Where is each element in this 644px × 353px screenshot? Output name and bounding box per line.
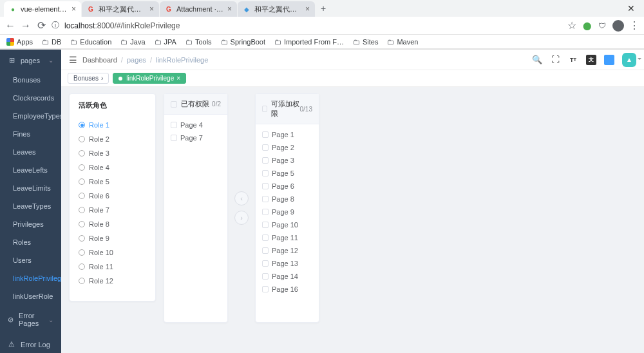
back-button[interactable]: ← <box>5 20 15 32</box>
sidebar-item[interactable]: Clockrecords <box>0 89 61 107</box>
browser-tab[interactable]: G Attachment · 火鸟/和平之… × <box>160 1 237 17</box>
sidebar-item[interactable]: Leaves <box>0 143 61 161</box>
role-radio-item[interactable]: Role 2 <box>79 132 146 146</box>
role-radio-item[interactable]: Role 4 <box>79 160 146 175</box>
role-label: Role 5 <box>89 178 109 186</box>
role-radio-item[interactable]: Role 5 <box>79 175 146 189</box>
select-all-checkbox[interactable] <box>171 101 177 108</box>
browser-tab[interactable]: ◆ 和平之翼代码生成器SME… × <box>238 1 315 17</box>
sidebar-error-log[interactable]: ⚠ Error Log <box>0 334 61 353</box>
tag-bonuses[interactable]: Bonuses› <box>68 73 109 84</box>
menu-icon[interactable]: ⋮ <box>629 19 639 32</box>
bookmark-folder[interactable]: 🗀Maven <box>387 38 418 46</box>
bookmark-folder[interactable]: 🗀Sites <box>353 38 378 46</box>
role-radio-item[interactable]: Role 6 <box>79 189 146 203</box>
close-icon[interactable]: × <box>176 75 180 82</box>
sidebar-item[interactable]: Roles <box>0 233 61 251</box>
font-size-icon[interactable]: TT <box>568 55 578 65</box>
permission-item[interactable]: Page 13 <box>262 257 312 270</box>
user-avatar[interactable]: ▲ <box>622 53 636 67</box>
sidebar-item[interactable]: Fines <box>0 125 61 143</box>
bookmark-folder[interactable]: 🗀SpringBoot <box>221 38 265 46</box>
theme-icon[interactable] <box>604 55 614 65</box>
extension-icon[interactable]: ⬤ <box>582 21 592 31</box>
extension-icon[interactable]: 🛡 <box>597 21 607 31</box>
bookmark-folder[interactable]: 🗀DB <box>42 38 61 46</box>
bookmark-folder[interactable]: 🗀Education <box>70 38 111 46</box>
forward-button[interactable]: → <box>21 20 31 32</box>
url-host: localhost <box>64 21 95 30</box>
sidebar-item[interactable]: linkUserRole <box>0 287 61 305</box>
permission-label: Page 3 <box>272 157 294 164</box>
bookmark-folder[interactable]: 🗀Java <box>120 38 145 46</box>
role-radio-item[interactable]: Role 3 <box>79 146 146 160</box>
new-tab-button[interactable]: + <box>316 3 331 14</box>
window-close-icon[interactable]: ✕ <box>622 3 640 14</box>
checkbox <box>262 144 269 151</box>
breadcrumb-dashboard[interactable]: Dashboard <box>82 56 117 64</box>
sidebar-item[interactable]: LeaveLefts <box>0 161 61 179</box>
sidebar-item[interactable]: Privileges <box>0 215 61 233</box>
radio-icon <box>79 150 85 157</box>
tag-bar: Bonuses› linkRolePrivilege× <box>61 70 644 87</box>
permission-item[interactable]: Page 1 <box>262 128 312 141</box>
close-icon[interactable]: × <box>305 5 310 13</box>
site-info-icon[interactable]: ⓘ <box>52 20 59 31</box>
permission-item[interactable]: Page 6 <box>262 180 312 193</box>
permission-item[interactable]: Page 10 <box>262 218 312 231</box>
reload-button[interactable]: ⟳ <box>36 19 46 32</box>
sidebar-item[interactable]: Bonuses <box>0 71 61 89</box>
role-label: Role 9 <box>89 234 109 242</box>
sidebar-group-error-pages[interactable]: ⊘ Error Pages ⌄ <box>0 305 61 334</box>
close-icon[interactable]: × <box>149 5 154 13</box>
role-radio-item[interactable]: Role 10 <box>79 245 146 260</box>
radio-icon <box>79 221 85 227</box>
permission-item[interactable]: Page 12 <box>262 244 312 257</box>
sidebar-item[interactable]: LeaveLimits <box>0 179 61 197</box>
sidebar-group-pages[interactable]: ⊞ pages ⌄ <box>0 50 61 71</box>
fullscreen-icon[interactable]: ⛶ <box>550 55 560 65</box>
bookmark-folder[interactable]: 🗀Imported From F… <box>274 38 344 46</box>
permission-item[interactable]: Page 9 <box>262 205 312 218</box>
permission-item[interactable]: Page 3 <box>262 154 312 167</box>
close-icon[interactable]: × <box>227 5 232 13</box>
hamburger-icon[interactable]: ☰ <box>69 55 77 65</box>
transfer-left-button[interactable]: ‹ <box>234 191 249 205</box>
tag-current[interactable]: linkRolePrivilege× <box>113 73 186 84</box>
permission-item[interactable]: Page 2 <box>262 141 312 154</box>
role-radio-item[interactable]: Role 7 <box>79 203 146 217</box>
bookmark-apps[interactable]: Apps <box>6 38 33 46</box>
bookmark-star-icon[interactable]: ☆ <box>567 19 576 32</box>
permission-item[interactable]: Page 4 <box>171 119 221 131</box>
sidebar-item[interactable]: Users <box>0 251 61 269</box>
role-radio-item[interactable]: Role 11 <box>79 260 146 274</box>
permission-item[interactable]: Page 11 <box>262 231 312 244</box>
checkbox <box>262 260 269 267</box>
sidebar-item[interactable]: LeaveTypes <box>0 197 61 215</box>
role-label: Role 12 <box>89 277 113 285</box>
browser-tab[interactable]: ● vue-element-admin × <box>4 1 81 17</box>
role-radio-item[interactable]: Role 12 <box>79 274 146 288</box>
sidebar-item[interactable]: EmployeeTypes <box>0 107 61 125</box>
permission-item[interactable]: Page 16 <box>262 283 312 296</box>
permission-item[interactable]: Page 7 <box>171 131 221 144</box>
role-radio-item[interactable]: Role 1 <box>79 118 146 132</box>
address-bar[interactable]: localhost:8000/#/linkRolePrivilege <box>64 21 562 30</box>
permission-item[interactable]: Page 14 <box>262 270 312 283</box>
bookmark-folder[interactable]: 🗀Tools <box>185 38 212 46</box>
browser-tab[interactable]: G 和平之翼代码生成器SME… × <box>82 1 159 17</box>
language-icon[interactable]: 文 <box>586 55 596 65</box>
permission-item[interactable]: Page 8 <box>262 193 312 205</box>
close-icon[interactable]: × <box>71 5 76 13</box>
profile-avatar[interactable] <box>612 20 624 32</box>
sidebar-item[interactable]: linkRolePrivilege <box>0 269 61 287</box>
permission-item[interactable]: Page 5 <box>262 167 312 180</box>
bookmark-folder[interactable]: 🗀JPA <box>155 38 176 46</box>
search-icon[interactable]: 🔍 <box>532 55 542 65</box>
role-radio-item[interactable]: Role 9 <box>79 231 146 245</box>
transfer-right-button[interactable]: › <box>234 211 249 225</box>
close-icon[interactable]: › <box>101 75 103 82</box>
select-all-checkbox[interactable] <box>262 106 267 112</box>
permission-label: Page 12 <box>272 247 298 254</box>
role-radio-item[interactable]: Role 8 <box>79 217 146 231</box>
